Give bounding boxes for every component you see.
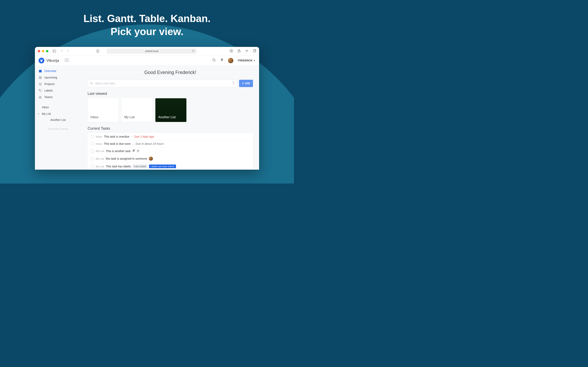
- checkbox[interactable]: [91, 165, 94, 168]
- forward-icon[interactable]: [66, 49, 69, 53]
- users-icon: [39, 96, 42, 99]
- sidebar-item-label: Upcoming: [44, 76, 57, 79]
- svg-line-10: [215, 60, 216, 62]
- card-label: Another List: [158, 115, 176, 119]
- add-button-label: ADD: [245, 82, 250, 85]
- task-project: My List: [96, 157, 104, 160]
- hero-line-2: Pick your view.: [0, 26, 294, 38]
- add-task-placeholder: Add a new task…: [95, 82, 118, 85]
- tree-item-another[interactable]: Another List: [35, 117, 81, 123]
- calendar-lines-icon: [39, 76, 42, 79]
- sidebar: Overview Upcoming Projects Labels Teams: [35, 55, 81, 170]
- task-row[interactable]: Inbox This task is overdue – Due 2 days …: [87, 133, 253, 140]
- tag-icon: [39, 89, 42, 92]
- reload-icon[interactable]: [192, 50, 195, 53]
- url-text: umbrel.local: [145, 50, 158, 53]
- sidebar-item-projects[interactable]: Projects: [35, 81, 81, 87]
- project-tree: Inbox My List Another List: [35, 104, 81, 123]
- separator: –: [131, 135, 132, 138]
- hero-heading: List. Gantt. Table. Kanban. Pick your vi…: [0, 0, 294, 38]
- task-label: Labels can have colors!: [149, 165, 176, 168]
- nav-arrows: [61, 49, 69, 53]
- help-icon[interactable]: [232, 82, 235, 85]
- due-date: Due 2 days ago: [134, 135, 154, 138]
- card-inbox[interactable]: Inbox: [87, 98, 119, 122]
- shield-icon[interactable]: [96, 50, 99, 53]
- sidebar-item-teams[interactable]: Teams: [35, 94, 81, 100]
- sidebar-item-label: Projects: [44, 82, 55, 86]
- task-title: This is another task: [106, 150, 130, 153]
- svg-rect-0: [53, 50, 56, 52]
- sidebar-toggle-icon[interactable]: [53, 50, 56, 52]
- topbar-right: FREDERICK: [212, 58, 255, 63]
- separator: –: [132, 142, 134, 145]
- checkbox[interactable]: [91, 157, 94, 160]
- task-label: I am a label: [132, 165, 147, 168]
- svg-rect-12: [39, 70, 42, 71]
- card-mylist[interactable]: My List: [121, 98, 153, 122]
- browser-chrome: umbrel.local: [35, 47, 259, 55]
- task-project: Inbox: [96, 142, 102, 145]
- card-label: My List: [124, 115, 135, 119]
- sidebar-item-labels[interactable]: Labels: [35, 87, 81, 94]
- svg-point-17: [39, 90, 40, 90]
- close-window-icon[interactable]: [38, 50, 40, 52]
- username-text: FREDERICK: [238, 59, 252, 62]
- svg-rect-5: [253, 50, 255, 52]
- layers-icon: [39, 83, 42, 86]
- task-row[interactable]: Inbox This task is due soon – Due in abo…: [87, 140, 253, 147]
- svg-point-19: [40, 96, 41, 97]
- task-title: This task is due soon: [104, 142, 131, 145]
- card-list: Inbox My List Another List: [87, 98, 253, 122]
- share-icon[interactable]: [237, 49, 241, 53]
- url-bar[interactable]: umbrel.local: [107, 49, 197, 54]
- add-task-button[interactable]: ADD: [239, 80, 253, 87]
- app-topbar: Vikunja FREDERICK: [35, 55, 259, 66]
- menu-icon[interactable]: [64, 58, 69, 63]
- checkbox[interactable]: [91, 150, 94, 153]
- sidebar-item-upcoming[interactable]: Upcoming: [35, 74, 81, 81]
- svg-point-18: [39, 96, 40, 97]
- back-icon[interactable]: [61, 49, 63, 53]
- task-list: Inbox This task is overdue – Due 2 days …: [87, 133, 253, 170]
- downloads-icon[interactable]: [230, 49, 233, 53]
- card-label: Inbox: [90, 115, 98, 119]
- new-tab-icon[interactable]: [245, 49, 249, 53]
- checkbox[interactable]: [91, 135, 94, 138]
- task-project: My List: [96, 150, 104, 152]
- description-icon: [137, 150, 139, 153]
- attachment-icon: [132, 149, 135, 153]
- app-body: Overview Upcoming Projects Labels Teams: [35, 55, 259, 170]
- task-row[interactable]: My List This task has labels I am a labe…: [87, 163, 253, 170]
- tabs-icon[interactable]: [253, 49, 256, 53]
- tree-item-mylist[interactable]: My List: [35, 110, 81, 117]
- task-title: This task is overdue: [104, 135, 130, 138]
- greeting: Good Evening Frederick!: [87, 70, 253, 75]
- avatar[interactable]: [228, 58, 233, 63]
- checkbox[interactable]: [91, 142, 94, 145]
- browser-window: umbrel.local Vikunja: [35, 47, 259, 170]
- task-row[interactable]: My List this task is assigned to someone: [87, 155, 253, 163]
- username-menu[interactable]: FREDERICK: [238, 59, 255, 62]
- task-row[interactable]: My List This is another task: [87, 147, 253, 155]
- add-task-input[interactable]: Add a new task…: [87, 80, 237, 87]
- last-viewed-title: Last viewed: [87, 92, 253, 96]
- brand-name: Vikunja: [46, 58, 59, 63]
- chevron-down-icon[interactable]: [37, 112, 40, 115]
- bell-icon[interactable]: [220, 58, 224, 63]
- zoom-window-icon[interactable]: [46, 50, 48, 52]
- search-icon[interactable]: [212, 58, 216, 63]
- traffic-lights: [38, 50, 48, 52]
- calendar-icon: [39, 69, 42, 73]
- tree-label: Another List: [51, 118, 66, 122]
- app-logo[interactable]: Vikunja: [39, 58, 59, 63]
- card-another[interactable]: Another List: [155, 98, 186, 122]
- minimize-window-icon[interactable]: [42, 50, 44, 52]
- hero-line-1: List. Gantt. Table. Kanban.: [0, 13, 294, 25]
- svg-point-24: [90, 83, 91, 83]
- tree-label: Inbox: [42, 106, 49, 109]
- tree-item-inbox[interactable]: Inbox: [35, 104, 81, 110]
- sidebar-item-overview[interactable]: Overview: [35, 68, 81, 74]
- plus-icon: [242, 82, 244, 84]
- browser-tools: [230, 49, 256, 53]
